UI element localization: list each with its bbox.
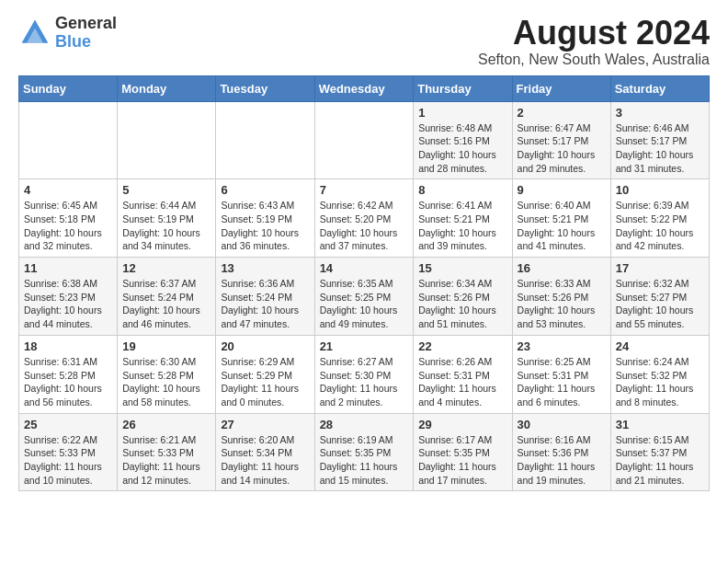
calendar-cell: 21Sunrise: 6:27 AM Sunset: 5:30 PM Dayli…: [314, 335, 414, 413]
day-info: Sunrise: 6:38 AM Sunset: 5:23 PM Dayligh…: [24, 277, 112, 331]
day-number: 14: [320, 261, 409, 275]
calendar-cell: 30Sunrise: 6:16 AM Sunset: 5:36 PM Dayli…: [512, 413, 610, 491]
day-info: Sunrise: 6:15 AM Sunset: 5:37 PM Dayligh…: [616, 433, 704, 488]
day-info: Sunrise: 6:40 AM Sunset: 5:21 PM Dayligh…: [518, 199, 606, 253]
calendar-cell: 11Sunrise: 6:38 AM Sunset: 5:23 PM Dayli…: [19, 258, 118, 336]
day-number: 28: [320, 418, 409, 431]
day-info: Sunrise: 6:44 AM Sunset: 5:19 PM Dayligh…: [122, 199, 210, 253]
day-number: 13: [221, 261, 309, 275]
day-number: 21: [320, 339, 409, 353]
day-info: Sunrise: 6:41 AM Sunset: 5:21 PM Dayligh…: [418, 199, 506, 253]
calendar-cell: 2Sunrise: 6:47 AM Sunset: 5:17 PM Daylig…: [512, 101, 610, 179]
day-info: Sunrise: 6:37 AM Sunset: 5:24 PM Dayligh…: [122, 277, 210, 331]
calendar-cell: 23Sunrise: 6:25 AM Sunset: 5:31 PM Dayli…: [512, 335, 610, 413]
day-info: Sunrise: 6:21 AM Sunset: 5:33 PM Dayligh…: [122, 433, 210, 488]
day-info: Sunrise: 6:45 AM Sunset: 5:18 PM Dayligh…: [24, 199, 112, 253]
day-number: 23: [518, 339, 606, 353]
day-number: 19: [122, 339, 210, 353]
day-info: Sunrise: 6:47 AM Sunset: 5:17 PM Dayligh…: [518, 121, 606, 176]
calendar-cell: [19, 101, 118, 179]
calendar-cell: 25Sunrise: 6:22 AM Sunset: 5:33 PM Dayli…: [19, 413, 118, 491]
weekday-header-thursday: Thursday: [414, 75, 512, 101]
calendar-cell: [118, 101, 216, 179]
day-info: Sunrise: 6:42 AM Sunset: 5:20 PM Dayligh…: [320, 199, 409, 253]
day-info: Sunrise: 6:46 AM Sunset: 5:17 PM Dayligh…: [616, 121, 704, 176]
day-number: 10: [616, 183, 704, 197]
day-info: Sunrise: 6:32 AM Sunset: 5:27 PM Dayligh…: [616, 277, 704, 331]
day-info: Sunrise: 6:20 AM Sunset: 5:34 PM Dayligh…: [221, 433, 309, 488]
calendar-cell: 17Sunrise: 6:32 AM Sunset: 5:27 PM Dayli…: [610, 258, 709, 336]
calendar-table: SundayMondayTuesdayWednesdayThursdayFrid…: [18, 75, 710, 492]
calendar-cell: 5Sunrise: 6:44 AM Sunset: 5:19 PM Daylig…: [118, 179, 216, 258]
logo-blue: Blue: [55, 33, 117, 52]
day-info: Sunrise: 6:30 AM Sunset: 5:28 PM Dayligh…: [122, 355, 210, 409]
day-info: Sunrise: 6:35 AM Sunset: 5:25 PM Dayligh…: [320, 277, 409, 331]
calendar-cell: 20Sunrise: 6:29 AM Sunset: 5:29 PM Dayli…: [216, 335, 314, 413]
day-info: Sunrise: 6:39 AM Sunset: 5:22 PM Dayligh…: [616, 199, 704, 253]
day-info: Sunrise: 6:31 AM Sunset: 5:28 PM Dayligh…: [24, 355, 112, 409]
weekday-header-row: SundayMondayTuesdayWednesdayThursdayFrid…: [19, 75, 710, 101]
day-number: 7: [320, 183, 409, 197]
logo-text: General Blue: [55, 15, 117, 52]
day-number: 12: [122, 261, 210, 275]
weekday-header-saturday: Saturday: [610, 75, 709, 101]
day-info: Sunrise: 6:33 AM Sunset: 5:26 PM Dayligh…: [518, 277, 606, 331]
calendar-week-4: 18Sunrise: 6:31 AM Sunset: 5:28 PM Dayli…: [19, 335, 710, 413]
day-info: Sunrise: 6:22 AM Sunset: 5:33 PM Dayligh…: [24, 433, 112, 488]
day-number: 31: [616, 418, 704, 431]
calendar-cell: 29Sunrise: 6:17 AM Sunset: 5:35 PM Dayli…: [414, 413, 512, 491]
day-number: 20: [221, 339, 309, 353]
calendar-cell: 19Sunrise: 6:30 AM Sunset: 5:28 PM Dayli…: [118, 335, 216, 413]
calendar-cell: 14Sunrise: 6:35 AM Sunset: 5:25 PM Dayli…: [314, 258, 414, 336]
day-number: 15: [418, 261, 506, 275]
title-block: August 2024 Sefton, New South Wales, Aus…: [478, 15, 710, 68]
day-number: 4: [24, 183, 112, 197]
day-number: 3: [616, 106, 704, 120]
day-number: 18: [24, 339, 112, 353]
page-header: General Blue August 2024 Sefton, New Sou…: [18, 15, 710, 68]
day-info: Sunrise: 6:43 AM Sunset: 5:19 PM Dayligh…: [221, 199, 309, 253]
calendar-cell: 24Sunrise: 6:24 AM Sunset: 5:32 PM Dayli…: [610, 335, 709, 413]
calendar-header: SundayMondayTuesdayWednesdayThursdayFrid…: [19, 75, 710, 101]
day-number: 30: [518, 418, 606, 431]
calendar-cell: 13Sunrise: 6:36 AM Sunset: 5:24 PM Dayli…: [216, 258, 314, 336]
calendar-cell: [216, 101, 314, 179]
calendar-cell: 7Sunrise: 6:42 AM Sunset: 5:20 PM Daylig…: [314, 179, 414, 258]
calendar-week-1: 1Sunrise: 6:48 AM Sunset: 5:16 PM Daylig…: [19, 101, 710, 179]
day-info: Sunrise: 6:27 AM Sunset: 5:30 PM Dayligh…: [320, 355, 409, 409]
weekday-header-sunday: Sunday: [19, 75, 118, 101]
day-number: 26: [122, 418, 210, 431]
day-number: 27: [221, 418, 309, 431]
calendar-cell: 27Sunrise: 6:20 AM Sunset: 5:34 PM Dayli…: [216, 413, 314, 491]
day-number: 9: [518, 183, 606, 197]
calendar-cell: 28Sunrise: 6:19 AM Sunset: 5:35 PM Dayli…: [314, 413, 414, 491]
day-info: Sunrise: 6:34 AM Sunset: 5:26 PM Dayligh…: [418, 277, 506, 331]
day-info: Sunrise: 6:48 AM Sunset: 5:16 PM Dayligh…: [418, 121, 506, 176]
day-info: Sunrise: 6:24 AM Sunset: 5:32 PM Dayligh…: [616, 355, 704, 409]
day-number: 17: [616, 261, 704, 275]
calendar-cell: 4Sunrise: 6:45 AM Sunset: 5:18 PM Daylig…: [19, 179, 118, 258]
calendar-cell: 12Sunrise: 6:37 AM Sunset: 5:24 PM Dayli…: [118, 258, 216, 336]
calendar-cell: 31Sunrise: 6:15 AM Sunset: 5:37 PM Dayli…: [610, 413, 709, 491]
day-info: Sunrise: 6:19 AM Sunset: 5:35 PM Dayligh…: [320, 433, 409, 488]
calendar-cell: 26Sunrise: 6:21 AM Sunset: 5:33 PM Dayli…: [118, 413, 216, 491]
calendar-cell: 9Sunrise: 6:40 AM Sunset: 5:21 PM Daylig…: [512, 179, 610, 258]
day-info: Sunrise: 6:25 AM Sunset: 5:31 PM Dayligh…: [518, 355, 606, 409]
weekday-header-monday: Monday: [118, 75, 216, 101]
day-number: 6: [221, 183, 309, 197]
logo: General Blue: [18, 15, 117, 52]
day-info: Sunrise: 6:29 AM Sunset: 5:29 PM Dayligh…: [221, 355, 309, 409]
day-info: Sunrise: 6:26 AM Sunset: 5:31 PM Dayligh…: [418, 355, 506, 409]
calendar-cell: 10Sunrise: 6:39 AM Sunset: 5:22 PM Dayli…: [610, 179, 709, 258]
day-number: 11: [24, 261, 112, 275]
weekday-header-friday: Friday: [512, 75, 610, 101]
weekday-header-wednesday: Wednesday: [314, 75, 414, 101]
calendar-cell: 6Sunrise: 6:43 AM Sunset: 5:19 PM Daylig…: [216, 179, 314, 258]
day-number: 8: [418, 183, 506, 197]
day-number: 22: [418, 339, 506, 353]
calendar-week-2: 4Sunrise: 6:45 AM Sunset: 5:18 PM Daylig…: [19, 179, 710, 258]
page-subtitle: Sefton, New South Wales, Australia: [478, 52, 710, 68]
calendar-body: 1Sunrise: 6:48 AM Sunset: 5:16 PM Daylig…: [19, 101, 710, 491]
calendar-cell: 22Sunrise: 6:26 AM Sunset: 5:31 PM Dayli…: [414, 335, 512, 413]
day-number: 5: [122, 183, 210, 197]
